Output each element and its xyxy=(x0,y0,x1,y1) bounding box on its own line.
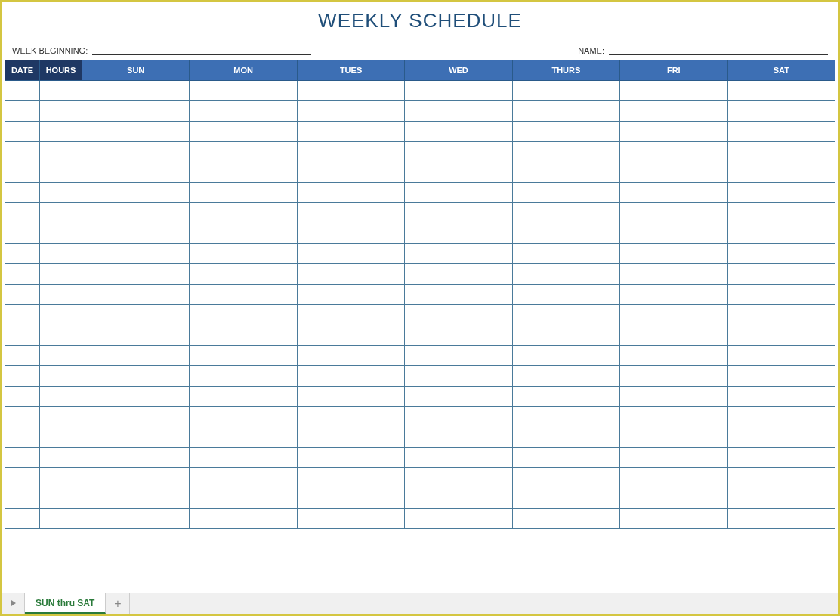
table-cell[interactable] xyxy=(190,366,297,387)
table-cell[interactable] xyxy=(297,468,404,488)
table-cell[interactable] xyxy=(620,285,727,305)
table-cell[interactable] xyxy=(512,387,619,407)
table-cell[interactable] xyxy=(405,285,512,305)
table-cell[interactable] xyxy=(190,101,297,122)
table-cell[interactable] xyxy=(190,407,297,427)
table-cell[interactable] xyxy=(727,387,835,407)
table-cell[interactable] xyxy=(620,81,727,101)
table-cell[interactable] xyxy=(82,264,190,285)
table-cell[interactable] xyxy=(40,407,82,427)
table-cell[interactable] xyxy=(82,183,190,203)
table-cell[interactable] xyxy=(620,427,727,448)
table-cell[interactable] xyxy=(727,468,835,488)
table-cell[interactable] xyxy=(297,366,404,387)
table-cell[interactable] xyxy=(40,122,82,142)
table-cell[interactable] xyxy=(40,223,82,244)
table-cell[interactable] xyxy=(620,183,727,203)
table-cell[interactable] xyxy=(190,305,297,325)
table-cell[interactable] xyxy=(5,203,40,223)
table-cell[interactable] xyxy=(512,509,619,529)
table-cell[interactable] xyxy=(5,346,40,366)
table-cell[interactable] xyxy=(40,325,82,346)
table-cell[interactable] xyxy=(190,509,297,529)
table-cell[interactable] xyxy=(297,203,404,223)
table-cell[interactable] xyxy=(5,162,40,183)
table-cell[interactable] xyxy=(40,264,82,285)
table-cell[interactable] xyxy=(405,81,512,101)
table-cell[interactable] xyxy=(620,101,727,122)
table-cell[interactable] xyxy=(190,387,297,407)
table-cell[interactable] xyxy=(190,285,297,305)
table-cell[interactable] xyxy=(727,223,835,244)
table-cell[interactable] xyxy=(5,387,40,407)
table-cell[interactable] xyxy=(82,468,190,488)
table-cell[interactable] xyxy=(512,305,619,325)
table-cell[interactable] xyxy=(512,407,619,427)
table-cell[interactable] xyxy=(512,325,619,346)
table-cell[interactable] xyxy=(82,122,190,142)
table-cell[interactable] xyxy=(405,264,512,285)
table-cell[interactable] xyxy=(40,366,82,387)
table-cell[interactable] xyxy=(40,183,82,203)
table-cell[interactable] xyxy=(297,223,404,244)
table-cell[interactable] xyxy=(5,122,40,142)
table-cell[interactable] xyxy=(727,488,835,509)
table-cell[interactable] xyxy=(405,142,512,162)
table-cell[interactable] xyxy=(190,264,297,285)
table-cell[interactable] xyxy=(190,427,297,448)
table-cell[interactable] xyxy=(82,203,190,223)
table-cell[interactable] xyxy=(727,81,835,101)
table-cell[interactable] xyxy=(5,509,40,529)
table-cell[interactable] xyxy=(82,244,190,264)
table-cell[interactable] xyxy=(727,305,835,325)
table-cell[interactable] xyxy=(512,142,619,162)
table-cell[interactable] xyxy=(297,427,404,448)
table-cell[interactable] xyxy=(512,285,619,305)
table-cell[interactable] xyxy=(40,244,82,264)
table-cell[interactable] xyxy=(82,81,190,101)
table-cell[interactable] xyxy=(5,407,40,427)
table-cell[interactable] xyxy=(405,162,512,183)
table-cell[interactable] xyxy=(405,427,512,448)
table-cell[interactable] xyxy=(297,183,404,203)
table-cell[interactable] xyxy=(620,488,727,509)
table-cell[interactable] xyxy=(5,81,40,101)
table-cell[interactable] xyxy=(5,448,40,468)
table-cell[interactable] xyxy=(512,81,619,101)
table-cell[interactable] xyxy=(512,122,619,142)
table-cell[interactable] xyxy=(727,122,835,142)
table-cell[interactable] xyxy=(405,488,512,509)
table-cell[interactable] xyxy=(405,305,512,325)
table-cell[interactable] xyxy=(512,468,619,488)
table-cell[interactable] xyxy=(512,488,619,509)
table-cell[interactable] xyxy=(40,142,82,162)
table-cell[interactable] xyxy=(40,387,82,407)
table-cell[interactable] xyxy=(82,305,190,325)
table-cell[interactable] xyxy=(727,101,835,122)
table-cell[interactable] xyxy=(40,427,82,448)
table-cell[interactable] xyxy=(5,285,40,305)
table-cell[interactable] xyxy=(620,142,727,162)
tab-add-button[interactable]: + xyxy=(106,593,130,614)
table-cell[interactable] xyxy=(727,407,835,427)
table-cell[interactable] xyxy=(727,203,835,223)
table-cell[interactable] xyxy=(405,203,512,223)
table-cell[interactable] xyxy=(405,407,512,427)
table-cell[interactable] xyxy=(190,346,297,366)
table-cell[interactable] xyxy=(190,203,297,223)
table-cell[interactable] xyxy=(190,488,297,509)
table-cell[interactable] xyxy=(40,81,82,101)
table-cell[interactable] xyxy=(40,305,82,325)
table-cell[interactable] xyxy=(190,122,297,142)
table-cell[interactable] xyxy=(190,142,297,162)
table-cell[interactable] xyxy=(405,325,512,346)
table-cell[interactable] xyxy=(5,325,40,346)
table-cell[interactable] xyxy=(405,122,512,142)
table-cell[interactable] xyxy=(297,325,404,346)
table-cell[interactable] xyxy=(620,387,727,407)
table-cell[interactable] xyxy=(297,244,404,264)
table-cell[interactable] xyxy=(512,183,619,203)
table-cell[interactable] xyxy=(82,488,190,509)
table-cell[interactable] xyxy=(620,346,727,366)
table-cell[interactable] xyxy=(620,366,727,387)
